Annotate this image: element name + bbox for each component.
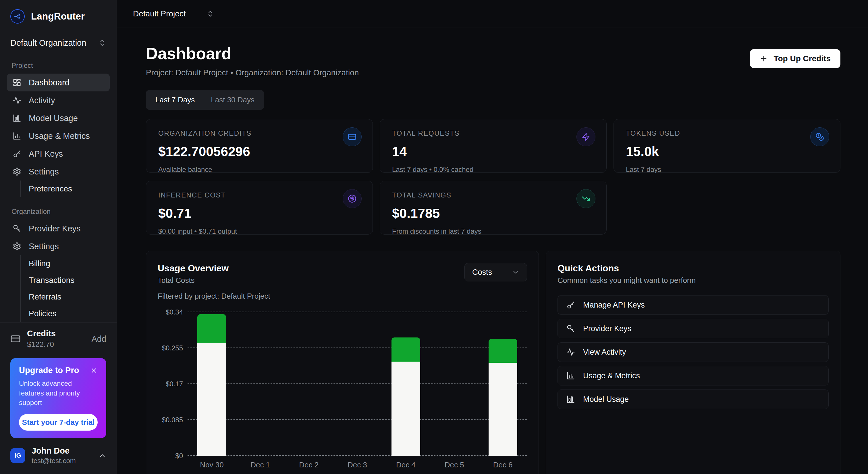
sidebar-item-label: Usage & Metrics xyxy=(29,131,90,141)
chart-bar-slot xyxy=(285,312,333,456)
stat-card-total-savings: TOTAL SAVINGS $0.1785 From discounts in … xyxy=(380,181,607,235)
bar-segment-cost xyxy=(392,362,420,456)
x-axis-label: Nov 30 xyxy=(188,461,236,469)
brand-logo-row: LangRouter xyxy=(0,0,117,30)
organization-selector-label: Default Organization xyxy=(10,38,86,48)
sidebar-item-label: API Keys xyxy=(29,149,63,159)
sidebar-item-model-usage[interactable]: Model Usage xyxy=(7,109,110,127)
x-axis-label: Dec 1 xyxy=(236,461,285,469)
tab-last-30-days[interactable]: Last 30 Days xyxy=(203,92,262,108)
sidebar-item-label: Dashboard xyxy=(29,78,69,87)
sidebar-item-activity[interactable]: Activity xyxy=(7,91,110,109)
key-icon xyxy=(13,149,21,158)
stat-label: TOTAL REQUESTS xyxy=(392,129,594,138)
sidebar-nav-scroll-area[interactable]: Project Dashboard Activity Model Usage U… xyxy=(0,51,117,322)
upgrade-card: Upgrade to Pro Unlock advanced features … xyxy=(10,358,106,438)
sidebar-item-label: Settings xyxy=(29,242,59,251)
chart-bar-slot xyxy=(333,312,382,456)
y-axis-label: $0.085 xyxy=(162,416,183,424)
stat-sub: Last 7 days xyxy=(626,166,828,174)
stat-sub: Last 7 days • 0.0% cached xyxy=(392,166,594,174)
plus-icon xyxy=(760,55,768,63)
usage-overview-filter-note: Filtered by project: Default Project xyxy=(158,292,270,301)
time-range-tabs: Last 7 Days Last 30 Days xyxy=(146,90,264,110)
sidebar-item-api-keys[interactable]: API Keys xyxy=(7,145,110,163)
quick-action-usage-metrics[interactable]: Usage & Metrics xyxy=(558,366,829,385)
sidebar-item-usage-metrics[interactable]: Usage & Metrics xyxy=(7,127,110,145)
bar-chart-icon xyxy=(13,132,21,140)
sidebar-subitem-transactions[interactable]: Transactions xyxy=(21,272,110,289)
topbar: Default Project xyxy=(117,0,868,28)
project-selector[interactable]: Default Project xyxy=(133,9,214,19)
stat-label: ORGANIZATION CREDITS xyxy=(158,129,361,138)
credits-label: Credits xyxy=(27,329,56,338)
stat-label: TOTAL SAVINGS xyxy=(392,191,594,199)
user-name: John Doe xyxy=(32,446,76,455)
gear-icon xyxy=(13,242,21,251)
activity-icon xyxy=(13,96,21,105)
start-trial-button[interactable]: Start your 7-day trial xyxy=(19,414,98,431)
chart-bar-slot xyxy=(188,312,236,456)
stat-card-inference-cost: INFERENCE COST $0.71 $0.00 input • $0.71… xyxy=(146,181,373,235)
x-axis-label: Dec 6 xyxy=(478,461,527,469)
x-axis-label: Dec 4 xyxy=(381,461,430,469)
top-up-credits-button[interactable]: Top Up Credits xyxy=(750,49,840,68)
chart-y-axis: $0$0.085$0.17$0.255$0.34 xyxy=(158,312,188,456)
stat-label: INFERENCE COST xyxy=(158,191,361,199)
sidebar-item-label: Settings xyxy=(29,167,59,177)
stat-sub: From discounts in last 7 days xyxy=(392,227,594,235)
bar-chart-framed-icon xyxy=(566,395,575,404)
quick-action-view-activity[interactable]: View Activity xyxy=(558,342,829,362)
chevrons-up-down-icon xyxy=(207,10,214,18)
quick-action-manage-api-keys[interactable]: Manage API Keys xyxy=(558,295,829,315)
tab-last-7-days[interactable]: Last 7 Days xyxy=(148,92,203,108)
upgrade-title: Upgrade to Pro xyxy=(19,366,79,375)
add-credits-button[interactable]: Add xyxy=(91,334,106,344)
credit-card-icon xyxy=(343,127,362,146)
top-up-credits-label: Top Up Credits xyxy=(774,54,831,63)
bar-segment-cost xyxy=(197,343,226,456)
y-axis-label: $0 xyxy=(175,452,183,460)
chevron-up-icon[interactable] xyxy=(98,451,106,460)
sidebar-item-settings-project[interactable]: Settings xyxy=(7,163,110,180)
bar-chart-framed-icon xyxy=(13,114,21,122)
user-email: test@test.com xyxy=(32,457,76,465)
page-title: Dashboard xyxy=(146,44,359,63)
avatar: IG xyxy=(10,448,25,463)
stat-value: 15.0k xyxy=(626,144,828,159)
sidebar-subitem-billing[interactable]: Billing xyxy=(21,255,110,272)
x-axis-label: Dec 2 xyxy=(285,461,333,469)
stat-value: $122.70056296 xyxy=(158,144,361,159)
chart-bar xyxy=(197,312,226,456)
chart-x-axis: Nov 30Dec 1Dec 2Dec 3Dec 4Dec 5Dec 6 xyxy=(188,461,527,469)
dashboard-content: Dashboard Project: Default Project • Org… xyxy=(117,28,868,474)
y-axis-label: $0.255 xyxy=(162,344,183,352)
quick-action-label: Manage API Keys xyxy=(583,301,645,309)
organization-selector[interactable]: Default Organization xyxy=(10,34,106,51)
sidebar-item-label: Activity xyxy=(29,96,55,105)
sidebar-subitem-preferences[interactable]: Preferences xyxy=(21,180,110,197)
app-window: LangRouter Default Organization Project … xyxy=(0,0,868,474)
bar-segment-savings xyxy=(197,314,226,343)
stat-card-organization-credits: ORGANIZATION CREDITS $122.70056296 Avail… xyxy=(146,119,373,173)
metric-dropdown-value: Costs xyxy=(472,268,492,277)
quick-action-model-usage[interactable]: Model Usage xyxy=(558,389,829,409)
sidebar: LangRouter Default Organization Project … xyxy=(0,0,117,474)
y-axis-label: $0.17 xyxy=(166,380,183,388)
close-icon[interactable] xyxy=(90,367,98,374)
usage-overview-title: Usage Overview xyxy=(158,263,270,274)
sidebar-subitem-referrals[interactable]: Referrals xyxy=(21,289,110,305)
quick-action-provider-keys[interactable]: Provider Keys xyxy=(558,319,829,338)
key-round-icon xyxy=(13,224,21,233)
sidebar-item-settings-org[interactable]: Settings xyxy=(7,237,110,255)
brand-name: LangRouter xyxy=(31,11,85,22)
sidebar-item-provider-keys[interactable]: Provider Keys xyxy=(7,219,110,237)
sidebar-subitem-policies[interactable]: Policies xyxy=(21,305,110,322)
project-settings-subnav: Preferences xyxy=(20,180,110,197)
user-menu[interactable]: IG John Doe test@test.com xyxy=(0,445,117,474)
metric-dropdown[interactable]: Costs xyxy=(464,263,527,282)
upgrade-body: Unlock advanced features and priority su… xyxy=(19,379,91,408)
bar-segment-cost xyxy=(489,363,517,456)
sidebar-item-dashboard[interactable]: Dashboard xyxy=(7,73,110,91)
stat-label: TOKENS USED xyxy=(626,129,828,138)
